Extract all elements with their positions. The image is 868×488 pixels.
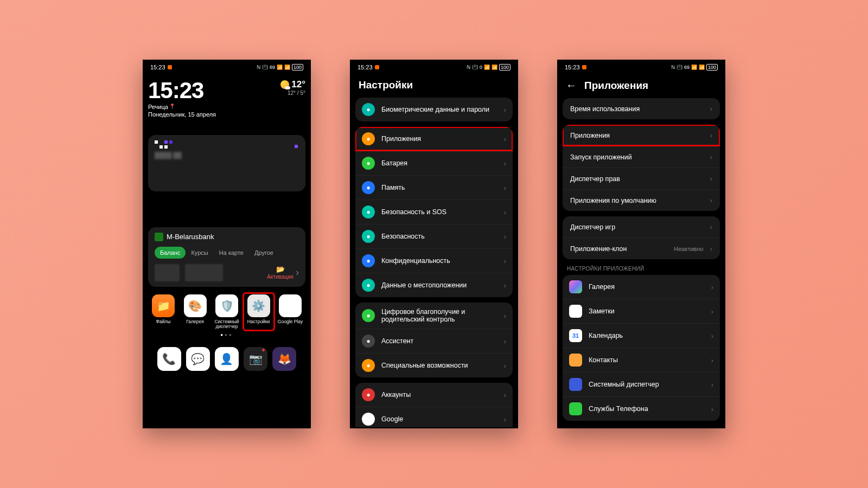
bank-tabs[interactable]: Баланс Курсы На карте Другое (155, 247, 299, 259)
chevron-right-icon: › (504, 257, 506, 265)
weather-widget[interactable]: 12° 12° / 5° (280, 79, 305, 96)
settings-row[interactable]: Приложения по умолчанию› (563, 189, 720, 211)
row-label: Конфиденциальность (381, 257, 497, 265)
chevron-right-icon: › (504, 337, 506, 345)
phone-settings: 15:23 ℕ📳0📶📶100 Настройки ●Биометрические… (350, 60, 518, 428)
chevron-right-icon: › (710, 131, 712, 139)
app-icon: 31 (569, 329, 582, 342)
row-icon: ● (362, 132, 375, 145)
rec-icon (168, 65, 172, 69)
settings-row[interactable]: ●Память› (355, 175, 513, 200)
row-icon: ● (362, 206, 375, 219)
settings-row[interactable]: Диспетчер игр› (563, 216, 720, 237)
phone-home: 15:23 ℕ📳69📶📶100 15:23 Речица📍 Понедельни… (143, 60, 311, 428)
app-sysmgr[interactable]: 🛡️Системный диспетчер (213, 294, 241, 330)
app-row[interactable]: Контакты› (563, 348, 720, 372)
row-icon: ● (362, 103, 375, 116)
status-bar: 15:23 ℕ📳0📶📶100 (350, 60, 518, 75)
row-icon: ● (362, 359, 375, 372)
activate-button[interactable]: 📂Активация (267, 265, 293, 280)
settings-row[interactable]: ●Цифровое благополучие и родительский ко… (355, 303, 513, 329)
row-icon: ● (362, 279, 375, 292)
settings-row[interactable]: ●Биометрические данные и пароли› (355, 98, 513, 121)
app-settings[interactable]: ⚙️Настройки (242, 292, 275, 332)
settings-row[interactable]: ●Аккаунты› (355, 383, 513, 407)
row-label: Память (381, 184, 497, 191)
row-icon: ● (362, 230, 375, 243)
row-label: Безопасность (381, 233, 497, 240)
tab-rates[interactable]: Курсы (186, 247, 213, 259)
chevron-right-icon: › (504, 106, 506, 114)
chevron-right-icon: › (504, 135, 506, 143)
row-label: Приложения (570, 132, 704, 139)
dock-firefox[interactable]: 🦊 (272, 347, 296, 371)
row-icon: ● (362, 254, 375, 267)
chevron-right-icon: › (504, 208, 506, 216)
music-widget[interactable]: ████ ██ (148, 135, 305, 191)
row-icon: ● (362, 181, 375, 194)
chevron-right-icon: › (504, 184, 506, 192)
settings-row[interactable]: ●Приложения› (355, 127, 513, 151)
row-label: Приложение-клон (570, 245, 667, 253)
settings-row[interactable]: Запуск приложений› (563, 146, 720, 168)
settings-row[interactable]: ●Данные о местоположении› (355, 273, 513, 297)
bank-title: M-Belarusbank (167, 233, 214, 241)
dock: 📞 💬 👤 📷 🦊 (148, 347, 305, 373)
row-icon: ● (362, 388, 375, 401)
app-row[interactable]: Заметки› (563, 299, 720, 323)
settings-row[interactable]: ●Специальные возможности› (355, 353, 513, 377)
chevron-right-icon: › (504, 391, 506, 399)
app-files[interactable]: 📁Файлы (149, 294, 177, 330)
app-row[interactable]: Службы Телефона› (563, 396, 720, 421)
dock-phone[interactable]: 📞 (157, 347, 181, 371)
app-icon (569, 280, 582, 293)
row-icon: ● (362, 335, 375, 348)
chevron-right-icon: › (710, 105, 712, 113)
app-gallery[interactable]: 🎨Галерея (181, 294, 209, 330)
dock-messages[interactable]: 💬 (186, 347, 210, 371)
chevron-right-icon: › (504, 312, 506, 320)
chevron-right-icon: › (710, 153, 712, 161)
settings-row[interactable]: ●Ассистент› (355, 329, 513, 353)
app-play[interactable]: ▶Google Play (276, 294, 304, 330)
app-row[interactable]: Системный диспетчер› (563, 372, 720, 396)
status-bar: 15:23 ℕ📳69📶📶100 (557, 60, 725, 75)
app-icon (569, 378, 582, 391)
settings-row[interactable]: Время использования› (563, 98, 720, 119)
chevron-right-icon: › (504, 281, 506, 290)
page-dots[interactable]: ●●● (148, 332, 305, 337)
clock-time[interactable]: 15:23 (148, 79, 216, 102)
settings-row[interactable]: ●Безопасность› (355, 224, 513, 248)
back-icon[interactable]: ← (566, 79, 577, 92)
dock-contacts[interactable]: 👤 (215, 347, 239, 371)
app-row[interactable]: Галерея› (563, 275, 720, 299)
app-row[interactable]: 31Календарь› (563, 323, 720, 348)
chevron-right-icon[interactable]: › (296, 267, 299, 278)
bank-widget[interactable]: M-Belarusbank Баланс Курсы На карте Друг… (148, 227, 305, 287)
status-icons: ℕ📳69📶📶100 (257, 64, 303, 70)
app-icon (569, 402, 582, 415)
row-icon: ● (362, 309, 375, 322)
row-icon: ● (362, 413, 375, 426)
status-time: 15:23 (150, 64, 165, 70)
dock-camera[interactable]: 📷 (244, 347, 267, 371)
settings-row[interactable]: ●Конфиденциальность› (355, 248, 513, 273)
tab-balance[interactable]: Баланс (155, 247, 186, 259)
tab-map[interactable]: На карте (214, 247, 249, 259)
chevron-right-icon: › (504, 362, 506, 370)
settings-row[interactable]: Приложения› (563, 125, 720, 146)
date: Понедельник, 15 апреля (148, 111, 216, 118)
tab-other[interactable]: Другое (249, 247, 279, 259)
settings-row[interactable]: Приложение-клонНеактивно› (563, 237, 720, 259)
row-label: Диспетчер прав (570, 175, 704, 183)
settings-row[interactable]: ●Безопасность и SOS› (355, 200, 513, 224)
settings-row[interactable]: Диспетчер прав› (563, 168, 720, 189)
chevron-right-icon: › (504, 159, 506, 168)
settings-row[interactable]: ●Батарея› (355, 151, 513, 175)
phone-apps: 15:23 ℕ📳69📶📶100 ← Приложения Время испол… (557, 60, 725, 428)
row-label: Аккаунты (381, 391, 497, 399)
row-label: Цифровое благополучие и родительский кон… (381, 308, 497, 323)
location[interactable]: Речица📍 (148, 103, 175, 111)
settings-row[interactable]: ●Google› (355, 407, 513, 427)
row-label: Приложения (381, 135, 497, 143)
